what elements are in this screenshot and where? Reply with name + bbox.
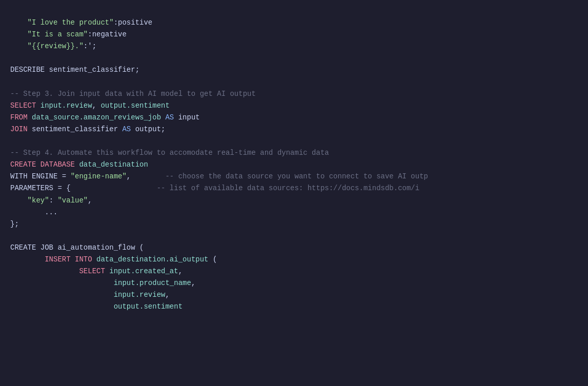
field-review: input.review, — [10, 291, 170, 299]
ellipsis: ... — [10, 208, 57, 216]
from-stmt: FROM data_source.amazon_reviews_job AS i… — [10, 113, 200, 121]
string-template: "{{review}}.":'; — [10, 42, 96, 50]
field-product-name: input.product_name, — [10, 279, 195, 287]
with-engine: WITH ENGINE = "engine-name", -- choose t… — [10, 172, 428, 180]
code-block: "I love the product":positive "It is a s… — [0, 0, 588, 318]
select-fields: SELECT input.created_at, — [10, 267, 183, 275]
string-negative: "It is a scam":negative — [10, 30, 127, 38]
comment-step4: -- Step 4. Automate this workflow to acc… — [10, 149, 329, 157]
create-job: CREATE JOB ai_automation_flow ( — [10, 243, 144, 252]
create-database: CREATE DATABASE data_destination — [10, 160, 148, 169]
string-positive: "I love the product":positive — [10, 18, 152, 27]
select-stmt: SELECT input.review, output.sentiment — [10, 101, 170, 110]
insert-into: INSERT INTO data_destination.ai_output ( — [10, 255, 217, 263]
close-brace: }; — [10, 220, 19, 228]
describe-stmt: DESCRIBE sentiment_classifier; — [10, 66, 139, 74]
code-container: "I love the product":positive "It is a s… — [0, 0, 588, 386]
join-stmt: JOIN sentiment_classifier AS output; — [10, 125, 165, 133]
key-value: "key": "value", — [10, 196, 92, 205]
field-sentiment: output.sentiment — [10, 302, 183, 311]
comment-step3: -- Step 3. Join input data with AI model… — [10, 90, 256, 98]
parameters: PARAMETERS = { -- list of available data… — [10, 184, 419, 192]
